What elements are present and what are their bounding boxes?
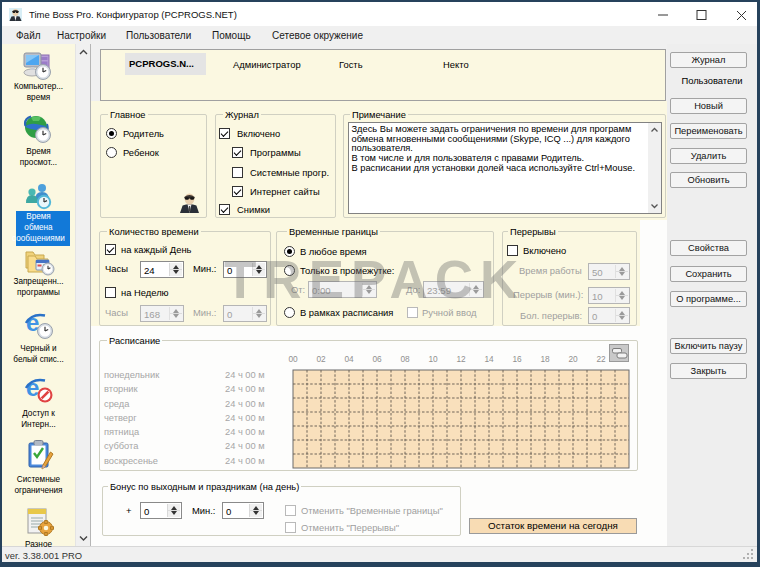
svg-text:06: 06: [372, 354, 382, 364]
svg-text:04: 04: [344, 354, 354, 364]
svg-text:22: 22: [596, 354, 606, 364]
svg-text:e: e: [26, 375, 39, 401]
svg-text:14: 14: [484, 354, 494, 364]
svg-text:08: 08: [400, 354, 410, 364]
svg-text:02: 02: [316, 354, 326, 364]
svg-text:12: 12: [456, 354, 466, 364]
svg-text:18: 18: [540, 354, 550, 364]
svg-text:10: 10: [428, 354, 438, 364]
svg-text:16: 16: [512, 354, 522, 364]
svg-text:20: 20: [568, 354, 578, 364]
svg-text:00: 00: [288, 354, 298, 364]
